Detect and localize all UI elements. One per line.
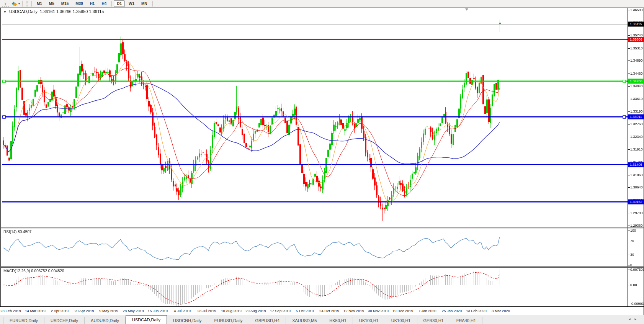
price-tick-label: 1.29790 bbox=[630, 211, 643, 215]
tab-scroll-right-icon[interactable]: ► bbox=[634, 317, 640, 321]
date-tick-label: 30 Nov 2019 bbox=[368, 309, 389, 313]
collapse-triangle-icon[interactable]: ▼ bbox=[3, 10, 7, 14]
date-tick-label: 23 Jul 2019 bbox=[197, 309, 216, 313]
date-tick-label: 14 Mar 2019 bbox=[25, 309, 45, 313]
chart-symbol-title: USDCAD,Daily bbox=[9, 9, 38, 14]
macd-indicator-label: MACD(12,26,9) 0.006752 0.004820 bbox=[3, 269, 64, 273]
chart-tab-uk100-h1[interactable]: UK100,H1 bbox=[353, 317, 385, 324]
price-tick-label: 1.34040 bbox=[630, 84, 643, 88]
current-price-box: 1.36115 bbox=[628, 21, 644, 26]
date-tick-label: 13 Feb 2020 bbox=[466, 309, 486, 313]
tab-scroll-arrows[interactable]: ◄► bbox=[628, 317, 640, 321]
date-tick-label: 19 Dec 2019 bbox=[392, 309, 413, 313]
date-tick-label: 24 Oct 2019 bbox=[319, 309, 339, 313]
chart-tab-usdcad-daily[interactable]: USDCAD,Daily bbox=[126, 315, 167, 324]
date-axis[interactable]: 23 Feb 201914 Mar 20192 Apr 201920 Apr 2… bbox=[0, 307, 628, 315]
date-tick-label: 9 May 2019 bbox=[99, 309, 118, 313]
hline-price-box: 1.33011 bbox=[628, 114, 644, 119]
chart-tab-xauusd-m5[interactable]: XAUUSD,M5 bbox=[286, 317, 323, 324]
chart-tab-usdcnh-daily[interactable]: USDCNH,Daily bbox=[167, 317, 208, 324]
price-tick-label: 1.36590 bbox=[630, 8, 643, 12]
mt4-window: T ▼ M1M5M15M30H1H4D1W1MN ▼ USDCAD,Daily … bbox=[0, 0, 644, 324]
date-tick-label: 23 Feb 2019 bbox=[0, 309, 21, 313]
chart-tab-gbpusd-h4[interactable]: GBPUSD,H4 bbox=[249, 317, 286, 324]
date-tick-label: 17 Sep 2019 bbox=[270, 309, 291, 313]
rsi-axis-label: 0 bbox=[630, 263, 632, 267]
date-tick-label: 12 Nov 2019 bbox=[343, 309, 364, 313]
date-tick-label: 3 Mar 2020 bbox=[492, 309, 510, 313]
rsi-indicator-label: RSI(14) 80.4507 bbox=[3, 230, 31, 234]
tab-scroll-left-icon[interactable]: ◄ bbox=[628, 317, 634, 321]
macd-axis-label: 0.00 bbox=[630, 283, 637, 287]
price-tick-label: 1.30640 bbox=[630, 185, 643, 189]
date-tick-label: 4 Jul 2019 bbox=[174, 309, 191, 313]
chart-tab-audusd-daily[interactable]: AUDUSD,Daily bbox=[85, 317, 126, 324]
macd-axis-label: -0.009033 bbox=[630, 302, 644, 306]
date-tick-label: 2 Apr 2019 bbox=[51, 309, 69, 313]
date-tick-label: 25 Jan 2020 bbox=[442, 309, 462, 313]
hline-price-box: 1.30152 bbox=[628, 200, 644, 205]
chart-tab-bar: EURUSD,DailyUSDCHF,DailyAUDUSD,DailyUSDC… bbox=[0, 315, 644, 324]
chart-tab-eurusd-daily[interactable]: EURUSD,Daily bbox=[208, 317, 249, 324]
macd-axis-label: 0.007503 bbox=[630, 268, 644, 272]
price-tick-label: 1.31910 bbox=[630, 147, 643, 151]
price-tick-label: 1.32340 bbox=[630, 135, 643, 139]
price-tick-label: 1.33610 bbox=[630, 97, 643, 101]
date-tick-label: 20 Apr 2019 bbox=[74, 309, 94, 313]
price-tick-label: 1.34890 bbox=[630, 59, 643, 62]
date-tick-label: 10 Aug 2019 bbox=[221, 309, 241, 313]
price-tick-label: 1.32760 bbox=[630, 122, 643, 126]
chart-tab-ger30-h1[interactable]: GER30,H1 bbox=[417, 317, 450, 324]
chart-tab-eurusd-daily[interactable]: EURUSD,Daily bbox=[3, 317, 44, 324]
date-tick-label: 5 Oct 2019 bbox=[296, 309, 314, 313]
price-axis[interactable]: 1.365901.361601.357401.353101.348901.344… bbox=[628, 8, 644, 306]
chart-ohlc-values: 1.36161 1.36266 1.35850 1.36115 bbox=[40, 9, 104, 14]
chart-tab-usdchf-daily[interactable]: USDCHF,Daily bbox=[44, 317, 85, 324]
hline-price-box: 1.35606 bbox=[628, 37, 644, 42]
chart-canvas[interactable] bbox=[0, 0, 644, 324]
date-tick-label: 28 May 2019 bbox=[123, 309, 144, 313]
date-tick-label: 15 Jun 2019 bbox=[148, 309, 168, 313]
rsi-axis-label: 100 bbox=[630, 229, 636, 232]
chart-header: ▼ USDCAD,Daily 1.36161 1.36266 1.35850 1… bbox=[3, 9, 104, 14]
price-tick-label: 1.33190 bbox=[630, 110, 643, 113]
date-tick-label: 7 Jan 2020 bbox=[418, 309, 436, 313]
rsi-axis-label: 70 bbox=[630, 239, 634, 243]
price-tick-label: 1.29360 bbox=[630, 224, 643, 227]
date-tick-label: 29 Aug 2019 bbox=[245, 309, 266, 313]
chart-tab-uk100-h1[interactable]: UK100,H1 bbox=[385, 317, 417, 324]
hline-price-box: 1.34206 bbox=[628, 79, 644, 83]
chart-tab-hk50-h1[interactable]: HK50,H1 bbox=[323, 317, 353, 324]
chart-tab-fra40-h1[interactable]: FRA40,H1 bbox=[450, 317, 482, 324]
price-tick-label: 1.34460 bbox=[630, 72, 643, 75]
hline-price-box: 1.31405 bbox=[628, 162, 644, 167]
rsi-axis-label: 30 bbox=[630, 253, 634, 257]
price-tick-label: 1.35310 bbox=[630, 46, 643, 50]
price-tick-label: 1.31060 bbox=[630, 173, 643, 177]
